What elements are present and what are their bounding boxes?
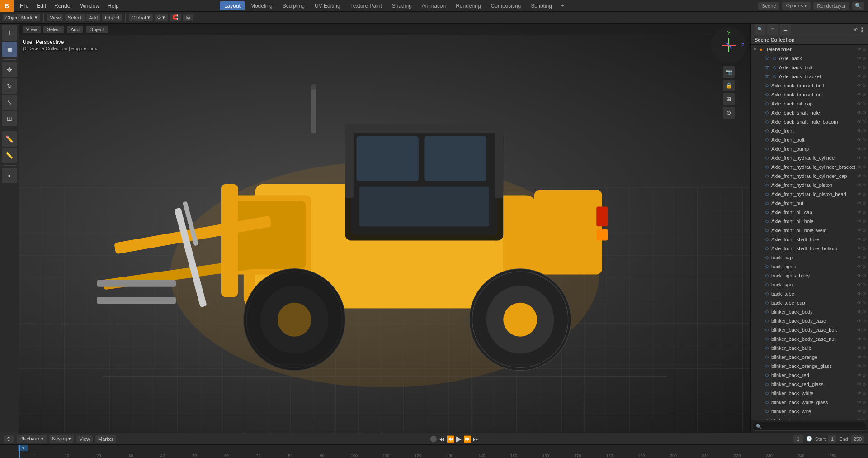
tree-item-axle-back-shaft-hole[interactable]: ⬡ Axle_back_shaft_hole 👁 ⊙	[751, 108, 868, 117]
menu-help[interactable]: Help	[104, 1, 123, 10]
tab-texture-paint[interactable]: Texture Paint	[346, 1, 387, 10]
menu-edit[interactable]: Edit	[33, 1, 50, 10]
tree-item-back-cap[interactable]: ⬡ back_cap 👁 ⊙	[751, 253, 868, 262]
tree-item-blinker-back-body-case[interactable]: ⬡ blinker_back_body_case 👁 ⊙	[751, 316, 868, 325]
tree-item-blinker-back-red-glass[interactable]: ⬡ blinker_back_red_glass 👁 ⊙	[751, 380, 868, 389]
end-frame[interactable]: 250	[851, 435, 864, 443]
rotate-tool[interactable]: ↻	[2, 78, 17, 94]
tree-item-back-spot[interactable]: ⬡ back_spot 👁 ⊙	[751, 280, 868, 289]
select-menu[interactable]: Select	[65, 14, 85, 21]
viewport-select-menu[interactable]: Select	[43, 26, 65, 33]
viewport-3d[interactable]: View Select Add Object User Perspective …	[19, 24, 750, 433]
tree-item-axle-front-hyd-piston[interactable]: ⬡ Axle_front_hydraulic_piston 👁 ⊙	[751, 181, 868, 190]
filter-icon[interactable]: 🔍	[755, 24, 765, 35]
tree-item-back-lights[interactable]: ⬡ back_lights 👁 ⊙	[751, 262, 868, 271]
tab-uv-editing[interactable]: UV Editing	[310, 1, 345, 10]
tab-rendering[interactable]: Rendering	[451, 1, 485, 10]
add-menu[interactable]: Add	[86, 14, 101, 21]
tab-layout[interactable]: Layout	[220, 1, 245, 10]
tree-item-axle-back-oil-cap[interactable]: ⬡ Axle_back_oil_cap 👁 ⊙	[751, 99, 868, 108]
expand-icon[interactable]: ▼	[753, 47, 758, 52]
options-button[interactable]: Options ▾	[782, 2, 811, 10]
next-frame-button[interactable]: ⏩	[463, 435, 471, 443]
annotate-tool[interactable]: ✏️	[2, 131, 17, 147]
tree-item-axle-front-hyd-cyl-cap[interactable]: ⬡ Axle_front_hydraulic_cylinder_cap 👁 ⊙	[751, 172, 868, 181]
scene-selector[interactable]: Scene	[758, 2, 779, 10]
tree-item-blinker-back-wire[interactable]: ⬡ blinker_back_wire 👁 ⊙	[751, 407, 868, 416]
playback-dropdown[interactable]: Playback ▾	[17, 435, 47, 443]
tree-item-blinker-back-white[interactable]: ⬡ blinker_back_white 👁 ⊙	[751, 389, 868, 398]
tree-item-blinker-back-orange-glass[interactable]: ⬡ blinker_back_orange_glass 👁 ⊙	[751, 362, 868, 371]
tree-item-axle-front-oil-hole-weld[interactable]: ⬡ Axle_front_oil_hole_weld 👁 ⊙	[751, 226, 868, 235]
tree-item-axle-front-bump[interactable]: ⬡ Axle_front_bump 👁 ⊙	[751, 144, 868, 153]
play-button[interactable]: ▶	[456, 434, 462, 443]
tree-item-axle-back-bracket-nut[interactable]: ⬡ Axle_back_bracket_nut 👁 ⊙	[751, 90, 868, 99]
tree-item-axle-back-bolt[interactable]: ▽ ⬡ Axle_back_bolt 👁 ⊙	[751, 63, 868, 72]
tree-item-back-lights-body[interactable]: ⬡ back_lights_body 👁 ⊙	[751, 271, 868, 280]
tree-item-blinker-back-wire-cap[interactable]: ⬡ blinker_back_wire_cap 👁 ⊙	[751, 416, 868, 420]
tree-item-blinker-back-white-glass[interactable]: ⬡ blinker_back_white_glass 👁 ⊙	[751, 398, 868, 407]
tree-item-blinker-back-body[interactable]: ⬡ blinker_back_body 👁 ⊙	[751, 307, 868, 316]
tab-compositing[interactable]: Compositing	[486, 1, 526, 10]
tree-item-axle-front-bolt[interactable]: ⬡ Axle_front_bolt 👁 ⊙	[751, 135, 868, 144]
display-mode-icon[interactable]: ☰	[780, 24, 791, 35]
tree-item-blinker-back-body-case-nut[interactable]: ⬡ blinker_back_body_case_nut 👁 ⊙	[751, 334, 868, 344]
outliner-search[interactable]	[753, 422, 866, 431]
tree-item-axle-front-shaft-hole-bottom[interactable]: ⬡ Axle_front_shaft_hole_bottom 👁 ⊙	[751, 244, 868, 253]
outliner-tree[interactable]: ▼ ■ Telehandler 👁 ⊙ ▽ ⬡ Axle_back 👁 ⊙ ▽ …	[751, 45, 868, 420]
tree-item-axle-back[interactable]: ▽ ⬡ Axle_back 👁 ⊙	[751, 54, 868, 63]
menu-file[interactable]: File	[16, 1, 32, 10]
viewport-view-menu[interactable]: View	[23, 26, 41, 33]
timeline-view-type[interactable]: ⏱	[4, 435, 14, 443]
tree-item-back-tube[interactable]: ⬡ back_tube 👁 ⊙	[751, 289, 868, 298]
prev-frame-button[interactable]: ⏪	[447, 435, 454, 443]
move-tool[interactable]: ✥	[2, 62, 17, 77]
overlay-btn[interactable]: ⊙	[723, 107, 735, 119]
tree-item-axle-back-bracket-bolt[interactable]: ⬡ Axle_back_bracket_bolt 👁 ⊙	[751, 81, 868, 90]
transform-tool[interactable]: ⊞	[2, 111, 17, 126]
sort-icon[interactable]: ≡	[767, 24, 778, 35]
scale-tool[interactable]: ⤡	[2, 95, 17, 110]
jump-start-button[interactable]: ⏮	[439, 435, 445, 443]
tree-item-back-tube-cap[interactable]: ⬡ back_tube_cap 👁 ⊙	[751, 298, 868, 307]
tab-modeling[interactable]: Modeling	[246, 1, 277, 10]
tree-item-axle-front-oil-cap[interactable]: ⬡ Axle_front_oil_cap 👁 ⊙	[751, 208, 868, 217]
tab-add[interactable]: ＋	[557, 0, 568, 11]
object-mode-dropdown[interactable]: Object Mode ▾	[3, 14, 40, 21]
stop-button[interactable]	[430, 436, 437, 442]
viewport-object-menu[interactable]: Object	[86, 26, 108, 33]
render-layer[interactable]: RenderLayer	[813, 2, 849, 10]
measure-tool[interactable]: 📏	[2, 148, 17, 163]
grid-view-btn[interactable]: ⊞	[723, 93, 735, 105]
viewport-add-menu[interactable]: Add	[67, 26, 83, 33]
keying-dropdown[interactable]: Keying ▾	[49, 435, 74, 443]
tree-item-blinker-back-body-case-bolt[interactable]: ⬡ blinker_back_body_case_bolt 👁 ⊙	[751, 325, 868, 334]
tree-item-blinker-back-orange[interactable]: ⬡ blinker_back_orange 👁 ⊙	[751, 353, 868, 362]
menu-render[interactable]: Render	[51, 1, 75, 10]
object-menu[interactable]: Object	[102, 14, 122, 21]
view-menu[interactable]: View	[47, 14, 63, 21]
tree-item-axle-front-hyd-piston-head[interactable]: ⬡ Axle_front_hydraulic_piston_head 👁 ⊙	[751, 190, 868, 199]
menu-window[interactable]: Window	[76, 1, 103, 10]
zoom-camera-btn[interactable]: 📷	[723, 66, 735, 78]
tab-scripting[interactable]: Scripting	[526, 1, 557, 10]
tab-sculpting[interactable]: Sculpting	[278, 1, 309, 10]
marker-menu[interactable]: Marker	[95, 435, 116, 443]
jump-end-button[interactable]: ⏭	[473, 435, 479, 443]
timeline-view-menu[interactable]: View	[76, 435, 93, 443]
tree-item-axle-front-oil-hole[interactable]: ⬡ Axle_front_oil_hole 👁 ⊙	[751, 217, 868, 226]
timeline-scrubber[interactable]: 1 1 10 20 30 40 50 60 70 80 90 100 110 1…	[0, 445, 868, 458]
snap-toggle[interactable]: 🧲	[170, 14, 181, 21]
transform-global[interactable]: Global ▾	[129, 14, 153, 21]
tree-item-blinker-back-bulb[interactable]: ⬡ blinker_back_bulb 👁 ⊙	[751, 344, 868, 353]
tree-item-axle-front[interactable]: ⬡ Axle_front 👁 ⊙	[751, 126, 868, 135]
proportional-edit[interactable]: ◎	[183, 14, 193, 21]
tree-item-axle-front-hyd-cyl-bracket[interactable]: ⬡ Axle_front_hydraulic_cylinder_bracket …	[751, 162, 868, 172]
select-tool[interactable]: ▣	[2, 42, 17, 57]
tab-animation[interactable]: Animation	[417, 1, 450, 10]
cursor-tool[interactable]: ✛	[2, 25, 17, 41]
transform-icons[interactable]: ⟳▾	[155, 14, 168, 21]
start-frame[interactable]: 1	[828, 435, 836, 443]
add-cube-tool[interactable]: ▪	[2, 168, 17, 183]
tree-item-axle-front-shaft-hole[interactable]: ⬡ Axle_front_shaft_hole 👁 ⊙	[751, 235, 868, 244]
